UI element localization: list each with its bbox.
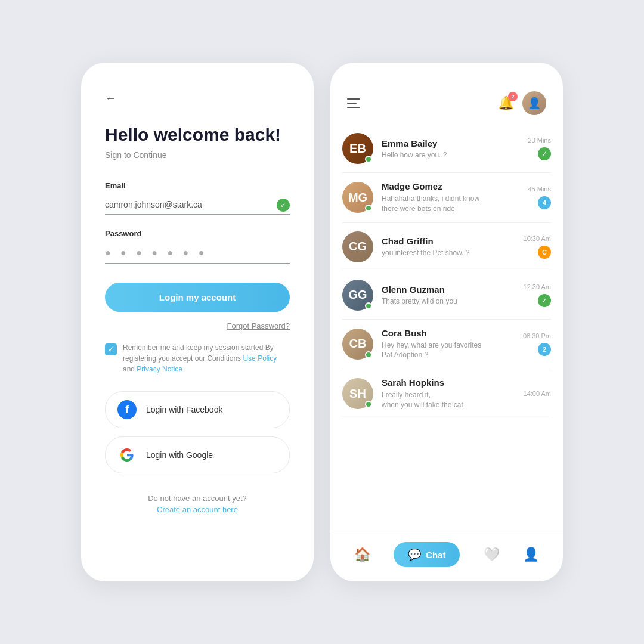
- login-button[interactable]: Login my account: [105, 283, 290, 312]
- user-avatar-header[interactable]: 👤: [522, 91, 546, 115]
- chat-item[interactable]: CG Chad Griffin you interest the Pet sho…: [342, 223, 551, 271]
- no-account-text: Do not have an account yet?: [105, 494, 290, 503]
- chat-name: Chad Griffin: [382, 236, 515, 246]
- screens-container: ← Hello welcome back! Sign to Continue E…: [81, 63, 563, 581]
- bottom-nav: 🏠 💬 Chat 🤍 👤: [330, 532, 563, 581]
- forgot-password-link[interactable]: Forgot Password?: [105, 321, 290, 330]
- chat-info: Madge Gomez Hahahaha thanks, i didnt kno…: [382, 181, 519, 214]
- chat-item[interactable]: GG Glenn Guzman Thats pretty wild on you…: [342, 271, 551, 320]
- password-input[interactable]: [105, 243, 290, 264]
- online-indicator: [365, 302, 372, 309]
- chat-time: 12:30 Am: [524, 283, 551, 290]
- chat-list: EB Emma Bailey Hello how are you..? 23 M…: [330, 125, 563, 532]
- facebook-login-button[interactable]: f Login with Facebook: [105, 391, 290, 428]
- chat-time: 14:00 Am: [524, 390, 551, 397]
- chat-name: Emma Bailey: [382, 138, 519, 148]
- chat-time: 23 Mins: [528, 137, 551, 144]
- nav-profile[interactable]: 👤: [523, 547, 539, 562]
- unread-badge: C: [538, 246, 551, 259]
- login-title: Hello welcome back!: [105, 124, 290, 145]
- remember-checkbox[interactable]: [105, 343, 117, 355]
- chat-meta: 23 Mins ✓: [528, 137, 551, 160]
- nav-home[interactable]: 🏠: [354, 547, 370, 562]
- unread-badge: 4: [538, 196, 551, 209]
- login-screen: ← Hello welcome back! Sign to Continue E…: [81, 63, 314, 581]
- chat-name: Cora Bush: [382, 328, 515, 338]
- password-label: Password: [105, 229, 290, 238]
- privacy-notice-link[interactable]: Privacy Notice: [137, 365, 182, 373]
- chat-meta: 08:30 Pm 2: [523, 332, 551, 356]
- chat-avatar: EB: [342, 133, 373, 164]
- hamburger-menu[interactable]: [347, 98, 360, 108]
- unread-badge: 2: [538, 343, 551, 356]
- user-avatar-img: 👤: [522, 91, 546, 115]
- remember-row: Remember me and keep my session started …: [105, 342, 290, 374]
- chat-avatar: SH: [342, 378, 373, 409]
- chat-item[interactable]: SH Sarah Hopkins I really heard it,when …: [342, 369, 551, 419]
- notification-button[interactable]: 🔔 2: [498, 95, 514, 111]
- email-check-icon: ✓: [277, 199, 290, 212]
- notification-badge: 2: [508, 92, 518, 101]
- facebook-icon: f: [117, 400, 137, 419]
- chat-name: Madge Gomez: [382, 181, 519, 191]
- chat-meta: 45 Mins 4: [528, 185, 551, 209]
- chat-meta: 10:30 Am C: [524, 235, 551, 259]
- email-input[interactable]: [105, 195, 290, 215]
- password-group: Password: [105, 229, 290, 264]
- back-button[interactable]: ←: [105, 91, 117, 105]
- message-check-icon: ✓: [538, 147, 551, 160]
- online-indicator: [365, 205, 372, 212]
- chat-meta: 14:00 Am: [524, 390, 551, 397]
- chat-info: Emma Bailey Hello how are you..?: [382, 138, 519, 159]
- message-check-icon: ✓: [538, 294, 551, 307]
- chat-time: 45 Mins: [528, 185, 551, 193]
- chat-item[interactable]: CB Cora Bush Hey hey, what are you favor…: [342, 320, 551, 370]
- online-indicator: [365, 401, 372, 408]
- chat-avatar: CB: [342, 329, 373, 360]
- chat-item[interactable]: EB Emma Bailey Hello how are you..? 23 M…: [342, 125, 551, 173]
- online-indicator: [365, 351, 372, 358]
- chat-screen: 🔔 2 👤 EB Emma Bailey Hello how are you..…: [330, 63, 563, 581]
- google-login-button[interactable]: Login with Google: [105, 436, 290, 473]
- chat-header: 🔔 2 👤: [330, 63, 563, 125]
- nav-chat-button[interactable]: 💬 Chat: [394, 542, 460, 567]
- chat-label: Chat: [426, 550, 445, 560]
- chat-item[interactable]: MG Madge Gomez Hahahaha thanks, i didnt …: [342, 173, 551, 223]
- chat-time: 10:30 Am: [524, 235, 551, 242]
- chat-name: Sarah Hopkins: [382, 377, 515, 388]
- chat-time: 08:30 Pm: [523, 332, 551, 339]
- chat-avatar: GG: [342, 280, 373, 311]
- create-account-link[interactable]: Create an account here: [105, 505, 290, 514]
- password-input-wrapper: [105, 243, 290, 264]
- google-icon: [117, 445, 137, 465]
- use-policy-link[interactable]: Use Policy: [243, 354, 277, 363]
- chat-bubble-icon: 💬: [408, 548, 421, 561]
- chat-meta: 12:30 Am ✓: [524, 283, 551, 307]
- avatar-circle: CG: [342, 231, 373, 262]
- chat-info: Cora Bush Hey hey, what are you favorite…: [382, 328, 515, 361]
- email-label: Email: [105, 181, 290, 190]
- email-input-wrapper: ✓: [105, 195, 290, 215]
- remember-text: Remember me and keep my session started …: [123, 342, 290, 374]
- chat-avatar: CG: [342, 231, 373, 262]
- chat-name: Glenn Guzman: [382, 284, 515, 295]
- chat-info: Chad Griffin you interest the Pet show..…: [382, 236, 515, 257]
- email-group: Email ✓: [105, 181, 290, 215]
- chat-info: Sarah Hopkins I really heard it,when you…: [382, 377, 515, 410]
- chat-avatar: MG: [342, 182, 373, 213]
- online-indicator: [365, 156, 372, 163]
- chat-info: Glenn Guzman Thats pretty wild on you: [382, 284, 515, 305]
- nav-favorites[interactable]: 🤍: [484, 547, 500, 562]
- header-right: 🔔 2 👤: [498, 91, 546, 115]
- login-subtitle: Sign to Continue: [105, 150, 290, 160]
